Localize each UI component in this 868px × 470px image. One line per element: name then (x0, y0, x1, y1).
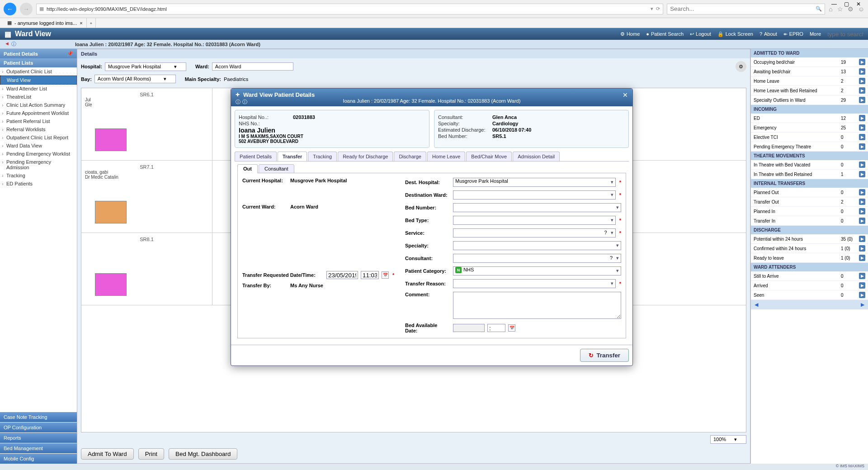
refresh-icon[interactable]: ⟳ (656, 6, 660, 12)
sidebar-item[interactable]: Tracking (0, 171, 77, 180)
sidebar-item[interactable]: Outpatient Clinic List (0, 67, 77, 76)
arrow-icon[interactable]: ▶ (859, 97, 865, 103)
req-date-input[interactable] (326, 271, 358, 279)
rp-row[interactable]: Elective TCI 0 ▶ (751, 133, 868, 142)
calendar-icon[interactable]: 📅 (382, 271, 389, 279)
sidebar-section-patient-lists[interactable]: Patient Lists (0, 58, 77, 67)
arrow-icon[interactable]: ▶ (859, 115, 865, 121)
transfer-button[interactable]: ↻ Transfer (580, 349, 629, 362)
rp-row[interactable]: Awaiting bed/chair 13 ▶ (751, 67, 868, 76)
sidebar-bottom-button[interactable]: Reports (0, 432, 77, 443)
arrow-icon[interactable]: ▶ (859, 236, 865, 242)
arrow-icon[interactable]: ▶ (859, 161, 865, 168)
dashboard-button[interactable]: Bed Mgt. Dashboard (169, 448, 237, 460)
sidebar-section-patient-details[interactable]: Patient Details📌 (0, 49, 77, 58)
zoom-select[interactable]: 100% ▾ (710, 435, 746, 444)
sidebar-item[interactable]: Ward Attender List (0, 85, 77, 93)
sub-tab[interactable]: Consultant (259, 164, 294, 173)
arrow-icon[interactable]: ▶ (859, 292, 865, 298)
nav-more[interactable]: More (810, 31, 821, 37)
bed-type-select[interactable] (453, 216, 616, 225)
forward-button[interactable]: → (20, 3, 33, 15)
comment-textarea[interactable] (453, 292, 621, 319)
search-input[interactable] (670, 5, 816, 12)
modal-close-icon[interactable]: ✕ (623, 91, 628, 99)
sidebar-item[interactable]: Future Appointment Worklist (0, 109, 77, 117)
modal-info-icon[interactable]: ⓘ (236, 99, 241, 105)
arrow-icon[interactable]: ▶ (859, 124, 865, 131)
modal-tab[interactable]: Tracking (308, 152, 337, 161)
nav-home[interactable]: ⚙Home (620, 31, 640, 37)
hospital-select[interactable]: Musgrove Park Hospital ▾ (105, 62, 186, 71)
dest-ward-select[interactable] (453, 190, 616, 199)
arrow-icon[interactable]: ▶ (859, 199, 865, 205)
rp-row[interactable]: Home Leave with Bed Retained 2 ▶ (751, 86, 868, 95)
transfer-reason-select[interactable] (453, 279, 616, 288)
modal-tab[interactable]: Transfer (278, 152, 307, 161)
arrow-icon[interactable]: ▶ (859, 208, 865, 214)
modal-tab[interactable]: Admission Detail (513, 152, 560, 161)
arrow-icon[interactable]: ▶ (859, 245, 865, 252)
room-cell[interactable]: SR7.1 cioata, gabi Dr Medic Catalin (81, 161, 212, 233)
next-icon[interactable]: ▶ (861, 302, 864, 308)
modal-tab[interactable]: Ready for Discharge (338, 152, 393, 161)
rp-row[interactable]: Occupying bed/chair 19 ▶ (751, 57, 868, 67)
patient-category-select[interactable]: NNHS (453, 266, 621, 275)
win-minimize-icon[interactable]: — (831, 1, 837, 7)
sidebar-item[interactable]: Referral Worklists (0, 125, 77, 133)
rp-row[interactable]: ED 12 ▶ (751, 114, 868, 123)
arrow-icon[interactable]: ▶ (859, 218, 865, 224)
sidebar-item[interactable]: Patient Referral List (0, 117, 77, 125)
dropdown-icon[interactable]: ▾ (651, 6, 653, 12)
modal-tab[interactable]: Discharge (394, 152, 426, 161)
rp-row[interactable]: Specialty Outliers in Ward 29 ▶ (751, 95, 868, 105)
nav-patient-search[interactable]: ●Patient Search (646, 31, 684, 37)
rp-row[interactable]: Transfer In 0 ▶ (751, 216, 868, 226)
rp-row[interactable]: Ready to leave 1 (0) ▶ (751, 253, 868, 263)
nav-logout[interactable]: ↩Logout (690, 31, 711, 37)
browser-search[interactable]: 🔍 (667, 4, 825, 14)
print-button[interactable]: Print (138, 448, 164, 460)
arrow-icon[interactable]: ▶ (859, 78, 865, 84)
rp-row[interactable]: Home Leave 2 ▶ (751, 76, 868, 86)
gear-icon[interactable]: ⚙ (736, 61, 746, 72)
rp-row[interactable]: Still to Arrive 0 ▶ (751, 271, 868, 281)
room-cell[interactable]: SR8.1 (81, 233, 212, 305)
modal-tab[interactable]: Patient Details (235, 152, 277, 161)
sidebar-bottom-button[interactable]: OP Configuration (0, 422, 77, 432)
new-tab[interactable]: ▫ (87, 18, 96, 28)
back-button[interactable]: ← (4, 3, 16, 15)
nav-about[interactable]: ?About (760, 31, 777, 37)
pin-icon[interactable]: 📌 (67, 51, 73, 57)
req-time-input[interactable] (361, 271, 379, 279)
win-close-icon[interactable]: ✕ (856, 1, 861, 7)
service-select[interactable]: ? (453, 228, 616, 237)
arrow-icon[interactable]: ▶ (859, 282, 865, 289)
modal-tab[interactable]: Bed/Chair Move (466, 152, 512, 161)
arrow-icon[interactable]: ▶ (859, 255, 865, 261)
arrow-icon[interactable]: ▶ (859, 68, 865, 75)
rp-row[interactable]: In Theatre with Bed Vacated 0 ▶ (751, 160, 868, 170)
rp-row[interactable]: Arrived 0 ▶ (751, 281, 868, 290)
calendar-icon-2[interactable]: 📅 (508, 324, 515, 332)
win-maximize-icon[interactable]: ▢ (844, 1, 849, 7)
bed-avail-date[interactable] (453, 324, 485, 332)
arrow-icon[interactable]: ▶ (859, 134, 865, 140)
arrow-icon[interactable]: ▶ (859, 87, 865, 94)
sidebar-item[interactable]: ED Patients (0, 180, 77, 188)
rp-row[interactable]: Transfer Out 2 ▶ (751, 197, 868, 207)
bed-avail-time[interactable] (487, 324, 505, 332)
rp-row[interactable]: Seen 0 ▶ (751, 290, 868, 300)
sidebar-item[interactable]: Ward Data View (0, 142, 77, 150)
arrow-icon[interactable]: ▶ (859, 143, 865, 150)
url-bar[interactable]: ▦ http://iedc-win-deploy:9090/MAXIMS_DEV… (36, 4, 663, 14)
specialty-select[interactable] (453, 241, 621, 250)
sidebar-item[interactable]: Ward View (0, 76, 77, 85)
nav-lock[interactable]: 🔒Lock Screen (717, 31, 753, 37)
banner-info-icon[interactable]: ⓘ (11, 41, 16, 47)
header-search[interactable] (827, 31, 863, 38)
bay-select[interactable]: Acorn Ward (All Rooms) ▾ (94, 75, 176, 83)
tab-close-icon[interactable]: × (80, 20, 82, 26)
prev-icon[interactable]: ◀ (755, 302, 758, 308)
admit-button[interactable]: Admit To Ward (81, 448, 134, 460)
